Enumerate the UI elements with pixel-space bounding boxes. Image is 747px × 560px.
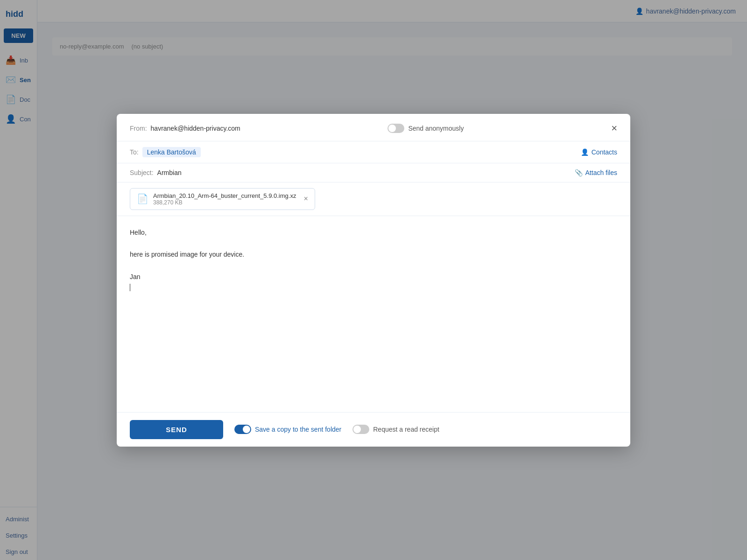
attachment-remove-button[interactable]: ×: [303, 195, 308, 203]
attachment-info: Armbian_20.10_Arm-64_buster_current_5.9.…: [153, 192, 296, 206]
from-field: From: havranek@hidden-privacy.com: [130, 125, 240, 132]
modal-footer: SEND Save a copy to the sent folder Requ…: [117, 412, 630, 447]
body-text: Hello, here is promised image for your d…: [130, 227, 617, 283]
attachment-name: Armbian_20.10_Arm-64_buster_current_5.9.…: [153, 192, 296, 199]
compose-modal: From: havranek@hidden-privacy.com Send a…: [117, 114, 630, 447]
attachment-file-icon: 📄: [137, 193, 148, 204]
contacts-icon-btn: 👤: [581, 148, 589, 156]
attachment-size: 388,270 KB: [153, 199, 296, 206]
contacts-button-label: Contacts: [592, 148, 617, 156]
send-button[interactable]: SEND: [130, 420, 223, 439]
read-receipt-label: Request a read receipt: [373, 426, 439, 433]
to-recipient-chip[interactable]: Lenka Bartošová: [142, 147, 201, 157]
subject-left: Subject: Armbian: [130, 169, 182, 176]
from-row: From: havranek@hidden-privacy.com Send a…: [117, 114, 630, 141]
text-cursor: [130, 284, 130, 291]
save-copy-toggle[interactable]: [234, 425, 251, 434]
attachment-chip: 📄 Armbian_20.10_Arm-64_buster_current_5.…: [130, 188, 315, 210]
to-label: To:: [130, 148, 139, 156]
read-receipt-option[interactable]: Request a read receipt: [352, 425, 439, 434]
attach-files-button[interactable]: 📎 Attach files: [575, 169, 617, 176]
subject-label: Subject:: [130, 169, 154, 176]
close-button[interactable]: ×: [611, 123, 617, 133]
subject-row: Subject: Armbian 📎 Attach files: [117, 163, 630, 182]
send-anonymously-row[interactable]: Send anonymously: [388, 124, 464, 133]
read-receipt-toggle[interactable]: [352, 425, 369, 434]
from-label: From:: [130, 125, 147, 132]
modal-overlay: From: havranek@hidden-privacy.com Send a…: [0, 0, 747, 560]
subject-value[interactable]: Armbian: [157, 169, 182, 176]
paperclip-icon: 📎: [575, 169, 583, 176]
save-copy-option[interactable]: Save a copy to the sent folder: [234, 425, 341, 434]
compose-body[interactable]: Hello, here is promised image for your d…: [117, 216, 630, 412]
save-copy-label: Save a copy to the sent folder: [255, 426, 341, 433]
contacts-button[interactable]: 👤 Contacts: [581, 148, 617, 156]
attachment-row: 📄 Armbian_20.10_Arm-64_buster_current_5.…: [117, 182, 630, 216]
attach-files-label: Attach files: [585, 169, 617, 176]
send-anonymously-label: Send anonymously: [408, 125, 464, 132]
from-value: havranek@hidden-privacy.com: [151, 125, 240, 132]
send-anonymously-toggle[interactable]: [388, 124, 404, 133]
to-left: To: Lenka Bartošová: [130, 147, 201, 157]
to-row: To: Lenka Bartošová 👤 Contacts: [117, 141, 630, 163]
